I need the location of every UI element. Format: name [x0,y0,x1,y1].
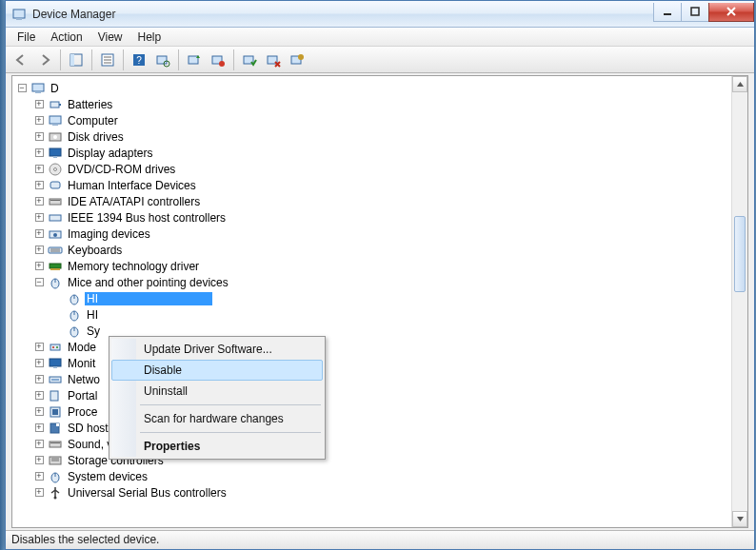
category-label: Monit [66,357,97,370]
titlebar[interactable]: Device Manager [6,1,754,28]
context-menu: Update Driver Software... Disable Uninst… [109,336,326,460]
maximize-button[interactable] [681,3,709,22]
svg-rect-24 [59,104,61,106]
tree-device[interactable]: HI [14,290,729,306]
svg-rect-52 [50,344,60,350]
svg-point-68 [54,496,57,499]
tree-category[interactable]: +System devices [14,468,729,484]
tree-category[interactable]: +Computer [14,112,729,128]
expander[interactable]: − [31,275,47,290]
tree-category[interactable]: +Imaging devices [14,226,729,242]
svg-point-53 [52,346,54,348]
expander[interactable]: + [31,210,47,226]
expander[interactable]: + [31,421,47,436]
tree-category[interactable]: +Batteries [14,96,729,112]
vertical-scrollbar[interactable] [731,76,747,527]
disable-button[interactable] [207,49,229,71]
ctx-properties[interactable]: Properties [111,436,323,457]
expander[interactable]: − [14,81,30,96]
expander[interactable]: + [31,404,47,420]
legacy-hardware-button[interactable] [286,49,308,71]
expander[interactable]: + [31,162,47,177]
tree-category[interactable]: +IDE ATA/ATAPI controllers [14,193,729,209]
expander[interactable]: + [31,485,47,501]
category-label: Proce [66,405,99,419]
svg-rect-58 [50,391,58,401]
svg-text:?: ? [136,55,142,66]
forward-button[interactable] [33,49,56,71]
category-icon [48,113,63,128]
scan-hardware-button[interactable] [151,49,174,71]
show-hide-tree-button[interactable] [65,49,88,71]
device-icon [67,307,82,323]
menu-view[interactable]: View [90,29,130,46]
category-icon [48,259,63,274]
uninstall-button[interactable] [262,49,285,71]
svg-rect-33 [50,182,60,188]
close-button[interactable] [708,3,754,22]
svg-rect-1 [16,18,22,20]
menubar: File Action View Help [6,28,754,47]
category-label: Keyboards [66,244,124,257]
tree-category[interactable]: +IEEE 1394 Bus host controllers [14,209,729,226]
svg-rect-56 [53,366,57,368]
svg-rect-55 [50,359,61,366]
tree-category[interactable]: +Human Interface Devices [14,177,729,193]
app-icon [11,7,27,22]
expander[interactable]: + [31,340,47,355]
category-label: Portal [66,389,99,403]
svg-rect-63 [50,442,61,447]
tree-category[interactable]: −Mice and other pointing devices [14,274,729,290]
menu-file[interactable]: File [10,29,43,46]
svg-rect-3 [691,8,699,15]
category-icon [48,453,63,468]
ctx-disable[interactable]: Disable [111,360,323,381]
category-icon [48,421,63,436]
tree-category[interactable]: +Memory technology driver [14,258,729,274]
minimize-button[interactable] [653,3,682,22]
scroll-thumb[interactable] [734,216,746,292]
scroll-up-arrow[interactable] [732,76,747,92]
help-button[interactable]: ? [128,49,150,71]
properties-button[interactable] [96,49,119,71]
expander[interactable]: + [31,178,47,193]
root-label: D [49,82,61,95]
expander[interactable]: + [31,194,47,209]
expander[interactable]: + [31,97,47,112]
ctx-scan-hardware[interactable]: Scan for hardware changes [111,408,323,429]
back-button[interactable] [10,49,32,71]
scroll-down-arrow[interactable] [732,511,747,527]
expander[interactable]: + [31,113,47,128]
tree-root[interactable]: −D [14,80,729,96]
expander[interactable]: + [31,453,47,468]
menu-help[interactable]: Help [130,29,169,46]
expander[interactable]: + [31,243,47,258]
expander[interactable]: + [31,259,47,274]
ctx-uninstall[interactable]: Uninstall [111,381,323,402]
ctx-update-driver[interactable]: Update Driver Software... [111,339,323,360]
toolbar-separator [60,49,61,70]
expander[interactable]: + [31,437,47,452]
tree-device[interactable]: HI [14,306,729,323]
expander[interactable]: + [31,129,47,145]
category-icon [48,275,63,290]
expander[interactable]: + [31,388,47,403]
update-driver-button[interactable] [183,49,206,71]
category-label: Computer [66,114,120,128]
tree-category[interactable]: +Display adapters [14,145,729,161]
expander[interactable]: + [31,469,47,484]
tree-category[interactable]: +Disk drives [14,128,729,145]
expander[interactable]: + [31,372,47,387]
enable-button[interactable] [238,49,261,71]
scroll-track[interactable] [732,92,747,511]
tree-category[interactable]: +DVD/CD-ROM drives [14,161,729,177]
toolbar-separator [91,49,92,70]
expander[interactable]: + [31,146,47,161]
svg-rect-26 [52,124,58,126]
category-icon [48,162,63,177]
tree-category[interactable]: +Keyboards [14,242,729,258]
expander[interactable]: + [31,226,47,242]
menu-action[interactable]: Action [43,29,90,46]
tree-category[interactable]: +Universal Serial Bus controllers [14,484,729,501]
expander[interactable]: + [31,356,47,371]
